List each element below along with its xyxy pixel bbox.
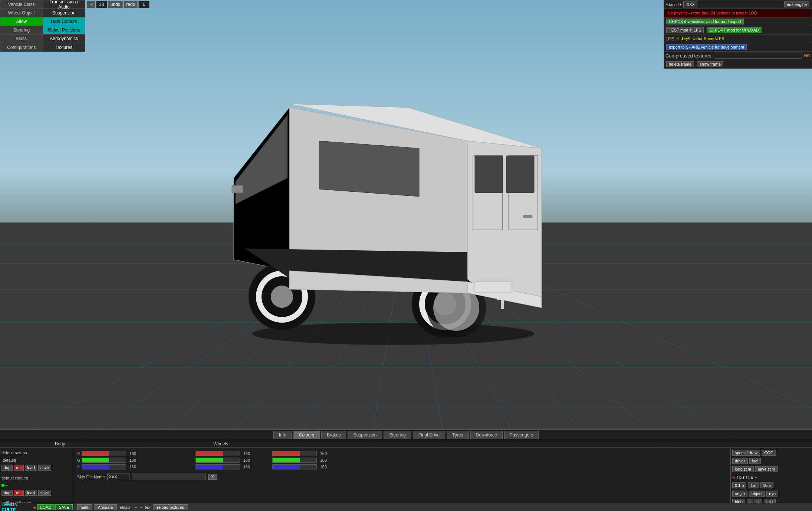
skin-file-name-label: Skin File Name xyxy=(77,475,105,479)
wheels2-g-bar[interactable] xyxy=(272,458,317,463)
export-button[interactable]: EXPORT mod for UPLOAD xyxy=(707,27,761,33)
body-r-row: R 160 xyxy=(77,451,136,456)
test-button[interactable]: TEST mod in LFS xyxy=(666,27,704,33)
svg-rect-24 xyxy=(475,156,503,193)
load-scm-button[interactable]: load scm xyxy=(732,466,754,472)
configurations-row[interactable]: Configurations Textures xyxy=(0,43,85,52)
suspension-value[interactable]: Suspension xyxy=(43,9,85,17)
body-g-bar[interactable] xyxy=(82,458,126,463)
body-b-row: B 160 xyxy=(77,464,136,470)
configurations-label[interactable]: Configurations xyxy=(0,43,43,52)
dup-button[interactable]: dup xyxy=(1,465,13,471)
wheels1-g-bar[interactable] xyxy=(195,458,240,463)
driver-button[interactable]: driver xyxy=(732,458,748,464)
vehicle-class-row[interactable]: Vehicle Class Transmission / Audio xyxy=(0,0,85,9)
body-g-row: G 160 xyxy=(77,457,136,463)
tab-final-drive[interactable]: Final Drive xyxy=(413,431,445,439)
object-positions-value[interactable]: Object Positions xyxy=(43,26,85,34)
load-btn[interactable]: LOAD xyxy=(37,504,55,510)
delete-frame-button[interactable]: delete frame xyxy=(666,61,694,67)
object-button[interactable]: object xyxy=(749,491,765,497)
body-g-value: 160 xyxy=(127,458,136,462)
save2-button[interactable]: save xyxy=(38,490,51,496)
section-labels: Body Wheels xyxy=(0,440,812,448)
top-right-panel: Skin ID XXX edit engine No physics - mor… xyxy=(664,0,812,69)
lemon-culte-bar: LEMON CULTE ● LOAD SAVE xyxy=(0,503,74,511)
del-button[interactable]: del xyxy=(14,465,24,471)
show-frame-button[interactable]: show frame xyxy=(697,61,723,67)
special-draw-button[interactable]: special draw xyxy=(732,450,760,456)
edit-btn[interactable]: Edit xyxy=(77,504,92,510)
wheels2-b-bar[interactable] xyxy=(272,464,317,469)
save-button[interactable]: save xyxy=(38,465,51,471)
share-button[interactable]: export to SHARE vehicle for development xyxy=(666,44,747,50)
wheels2-r-value: 160 xyxy=(318,451,327,456)
mass-label[interactable]: Mass xyxy=(0,34,43,43)
skin-file-path-input[interactable] xyxy=(132,474,206,480)
tab-brakes[interactable]: Brakes xyxy=(321,431,346,439)
arrow-right[interactable]: → xyxy=(139,505,144,510)
u-label: u xyxy=(751,475,753,479)
steering-label[interactable]: Steering xyxy=(0,26,43,34)
reload-label: reload - xyxy=(118,505,132,510)
mass-row[interactable]: Mass Aerodynamics xyxy=(0,34,85,43)
wheel-object-row[interactable]: Wheel Object Suspension xyxy=(0,9,85,17)
allow-row[interactable]: Allow Light Colours xyxy=(0,17,85,26)
fuel-button[interactable]: fuel xyxy=(749,458,761,464)
wheels2-r-bar[interactable] xyxy=(272,451,317,456)
skin-id-label: Skin ID xyxy=(665,2,681,7)
reload-textures-btn[interactable]: reload textures xyxy=(153,504,188,510)
skin-file-name-input[interactable] xyxy=(107,474,129,480)
body-b-value: 160 xyxy=(127,465,136,469)
light-colours-value[interactable]: Light Colours xyxy=(43,17,85,26)
svg-rect-26 xyxy=(232,185,243,193)
textures-value[interactable]: Textures xyxy=(43,43,85,52)
steering-row[interactable]: Steering Object Positions xyxy=(0,26,85,34)
wheels2-r-row: 160 xyxy=(272,451,327,456)
colour-dot xyxy=(1,484,4,487)
tab-suspension[interactable]: Suspension xyxy=(348,431,382,439)
bottom-right: special draw COG driver fuel load scm sa… xyxy=(730,448,812,511)
del2-button[interactable]: del xyxy=(14,490,24,496)
wheels1-r-value: 160 xyxy=(241,451,250,456)
dist-10-button[interactable]: 10m xyxy=(760,482,773,488)
h-button[interactable]: H xyxy=(87,1,95,8)
aerodynamics-value[interactable]: Aerodynamics xyxy=(43,34,85,43)
tab-tyres[interactable]: Tyres xyxy=(447,431,469,439)
dist-01-button[interactable]: 0.1m xyxy=(732,482,746,488)
transmission-audio-value[interactable]: Transmission / Audio xyxy=(43,0,85,9)
body-section-label: Body xyxy=(55,441,65,446)
vehicle-class-label[interactable]: Vehicle Class xyxy=(0,0,43,9)
allow-label[interactable]: Allow xyxy=(0,17,43,26)
undo-button[interactable]: undo xyxy=(108,1,123,8)
dup2-button[interactable]: dup xyxy=(1,490,13,496)
animate-btn[interactable]: Animate xyxy=(94,504,117,510)
cog-button[interactable]: COG xyxy=(762,450,776,456)
wheels2-colour-group: 160 160 160 xyxy=(272,451,327,470)
body-r-bar[interactable] xyxy=(82,451,126,456)
load2-button[interactable]: load xyxy=(25,490,37,496)
skin-x-button[interactable]: X xyxy=(208,474,217,480)
tab-info[interactable]: Info xyxy=(273,431,292,439)
eye-button[interactable]: eye xyxy=(766,491,778,497)
tab-passengers[interactable]: Passengers xyxy=(504,431,539,439)
load-button[interactable]: load xyxy=(25,465,37,471)
tab-bar: Info Colours Brakes Suspension Steering … xyxy=(0,430,812,440)
wheel-object-label[interactable]: Wheel Object xyxy=(0,9,43,17)
origin-button[interactable]: origin xyxy=(732,491,747,497)
edit-engine-button[interactable]: edit engine xyxy=(784,1,809,7)
body-b-bar[interactable] xyxy=(82,464,126,469)
wheels1-b-bar[interactable] xyxy=(195,464,240,469)
check-button[interactable]: CHECK if vehicle is valid for mod export xyxy=(666,19,744,24)
wheels1-r-bar[interactable] xyxy=(195,451,240,456)
lfs-path: H:\Hry\Live for Speed\LFS xyxy=(677,36,724,41)
save-scm-button[interactable]: save scm xyxy=(755,466,778,472)
wheels1-colour-group: 160 160 160 xyxy=(195,451,250,470)
arrow-left[interactable]: ← xyxy=(134,505,138,510)
save-btn[interactable]: SAVE xyxy=(55,504,73,510)
dist-1-button[interactable]: 1m xyxy=(748,482,759,488)
redo-button[interactable]: redo xyxy=(124,1,138,8)
tab-steering[interactable]: Steering xyxy=(384,431,411,439)
tab-downforce[interactable]: Downforce xyxy=(470,431,503,439)
tab-colours[interactable]: Colours xyxy=(293,431,320,439)
